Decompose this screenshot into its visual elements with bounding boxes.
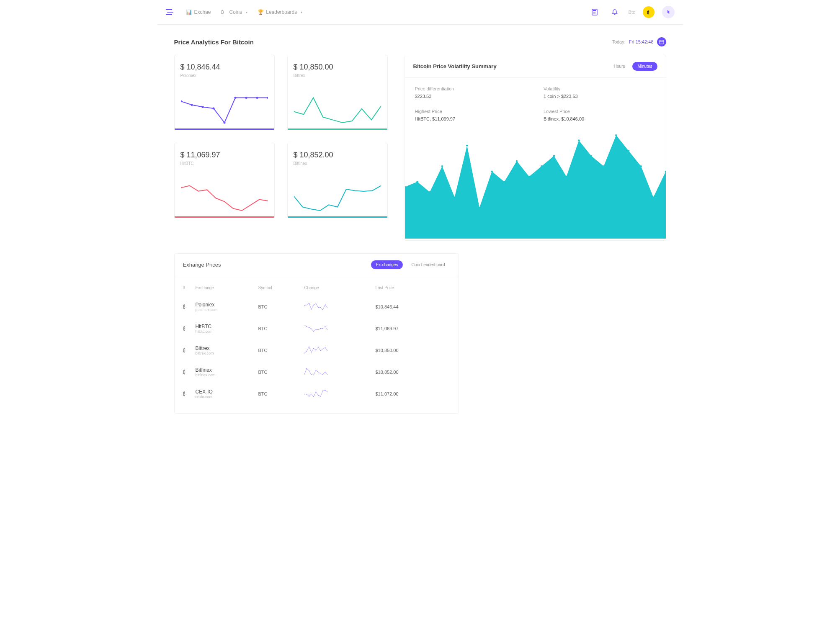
svg-point-23	[466, 145, 468, 147]
svg-point-19	[416, 181, 418, 182]
pointer-icon[interactable]	[662, 6, 675, 18]
svg-point-54	[311, 329, 311, 329]
svg-point-38	[652, 196, 654, 198]
change-sparkline	[304, 390, 327, 397]
bitcoin-icon: ₿	[183, 326, 196, 331]
symbol: BTC	[258, 370, 304, 375]
change-sparkline	[304, 324, 327, 332]
svg-point-43	[311, 309, 311, 309]
today-label: Today:	[612, 39, 625, 44]
exchange-label: Bitfinex	[294, 161, 381, 166]
svg-point-33	[590, 155, 592, 157]
calendar-icon[interactable]	[657, 37, 666, 46]
volatility-area-chart	[405, 130, 666, 239]
bitcoin-icon: ₿	[183, 304, 196, 309]
change-sparkline	[304, 368, 327, 375]
table-header: #ExchangeSymbolChangeLast Price	[183, 280, 450, 296]
table-row[interactable]: ₿ HitBTChitbtc.com BTC $11,069.97	[183, 318, 450, 339]
stat-label: Price differentiation	[415, 86, 527, 91]
table-row[interactable]: ₿ Bittrexbittrex.com BTC $10,850.00	[183, 339, 450, 361]
svg-point-63	[306, 351, 307, 351]
chevron-down-icon: ▾	[301, 10, 302, 14]
exchange-label: Poloniex	[180, 73, 268, 78]
calculator-icon[interactable]	[588, 6, 601, 18]
tab-exchanges[interactable]: Ex-changes	[371, 260, 403, 269]
svg-point-13	[223, 122, 225, 124]
svg-point-36	[627, 150, 629, 152]
svg-point-26	[503, 181, 505, 182]
svg-point-60	[325, 326, 325, 326]
svg-point-59	[322, 328, 323, 329]
svg-point-27	[515, 160, 518, 162]
btc-label: Btc	[629, 10, 635, 15]
bitcoin-icon: ₿	[183, 391, 196, 396]
svg-point-77	[313, 375, 314, 375]
menu-icon[interactable]	[166, 8, 173, 17]
svg-point-87	[311, 394, 311, 394]
svg-point-64	[309, 347, 309, 347]
symbol: BTC	[258, 304, 304, 309]
exchange-name: Poloniex	[196, 302, 258, 308]
volatility-card: Bitcoin Price Volatility Summary Hours M…	[405, 55, 666, 241]
svg-point-40	[304, 305, 305, 306]
change-sparkline	[304, 346, 327, 354]
trophy-icon: 🏆	[258, 9, 263, 15]
svg-point-5	[593, 13, 594, 14]
toggle-hours[interactable]: Hours	[609, 62, 630, 71]
svg-point-29	[540, 165, 542, 167]
svg-point-91	[320, 396, 320, 396]
svg-point-2	[593, 12, 594, 13]
price-card-bittrex[interactable]: $ 10,850.00 Bittrex	[287, 55, 388, 130]
sparkline	[181, 95, 268, 125]
svg-point-57	[318, 329, 318, 330]
svg-point-22	[453, 196, 456, 198]
price-value: $ 10,850.00	[294, 63, 381, 72]
svg-point-76	[311, 375, 311, 375]
stat-label: Volatility	[544, 86, 656, 91]
exchange-label: HitBTC	[180, 161, 268, 166]
svg-point-6	[594, 13, 595, 14]
svg-point-45	[315, 303, 316, 304]
svg-point-48	[322, 309, 323, 310]
price-card-bitfinex[interactable]: $ 10,852.00 Bitfinex	[287, 143, 388, 218]
svg-point-10	[191, 104, 193, 106]
svg-point-55	[313, 331, 314, 332]
stat-value: HitBTC, $11,069.97	[415, 116, 527, 121]
exchange-site: bitfinex.com	[196, 373, 258, 377]
svg-point-37	[640, 165, 642, 167]
exchange-name: HitBTC	[196, 324, 258, 329]
nav-leaderboards[interactable]: 🏆Leaderboards▾	[258, 9, 302, 15]
exchange-label: Bittrex	[294, 73, 381, 78]
topbar: 📊Exchae ₿Coins▾ 🏆Leaderboards▾ Btc ₿	[157, 0, 683, 25]
toggle-minutes[interactable]: Minutes	[632, 62, 657, 71]
price-card-hitbtc[interactable]: $ 11,069.97 HitBTC	[174, 143, 275, 218]
svg-point-66	[313, 348, 314, 349]
coin-badge[interactable]: ₿	[643, 6, 654, 18]
svg-point-89	[315, 391, 316, 392]
svg-point-49	[325, 304, 325, 305]
svg-point-39	[665, 170, 665, 172]
table-row[interactable]: ₿ Bitfinexbitfinex.com BTC $10,852.00	[183, 361, 450, 383]
bitcoin-icon: ₿	[183, 348, 196, 353]
svg-point-93	[325, 390, 325, 391]
nav-exchange[interactable]: 📊Exchae	[186, 9, 211, 15]
exchange-prices-panel: Exhange Prices Ex-changes Coin Leaderboa…	[174, 253, 459, 414]
volatility-title: Bitcoin Price Volatility Summary	[413, 63, 497, 69]
svg-point-15	[245, 97, 247, 99]
last-price: $11,072.00	[376, 391, 450, 396]
svg-point-88	[313, 396, 314, 397]
bell-icon[interactable]	[608, 6, 621, 18]
svg-point-84	[304, 394, 305, 394]
page-title: Price Analytics For Bitcoin	[174, 39, 254, 46]
exchange-name: CEX-IO	[196, 389, 258, 395]
svg-point-58	[320, 328, 320, 329]
symbol: BTC	[258, 348, 304, 353]
change-sparkline	[304, 303, 327, 310]
table-row[interactable]: ₿ CEX-IOcexio.com BTC $11,072.00	[183, 383, 450, 405]
svg-rect-8	[660, 40, 664, 44]
price-card-poloniex[interactable]: $ 10,846.44 Poloniex	[174, 55, 275, 130]
nav-coins[interactable]: ₿Coins▾	[221, 9, 248, 15]
table-row[interactable]: ₿ Poloniexpoloniex.com BTC $10,846.44	[183, 296, 450, 318]
tab-coin-leaderboard[interactable]: Coin Leaderboard	[406, 260, 450, 269]
svg-point-79	[318, 372, 318, 372]
